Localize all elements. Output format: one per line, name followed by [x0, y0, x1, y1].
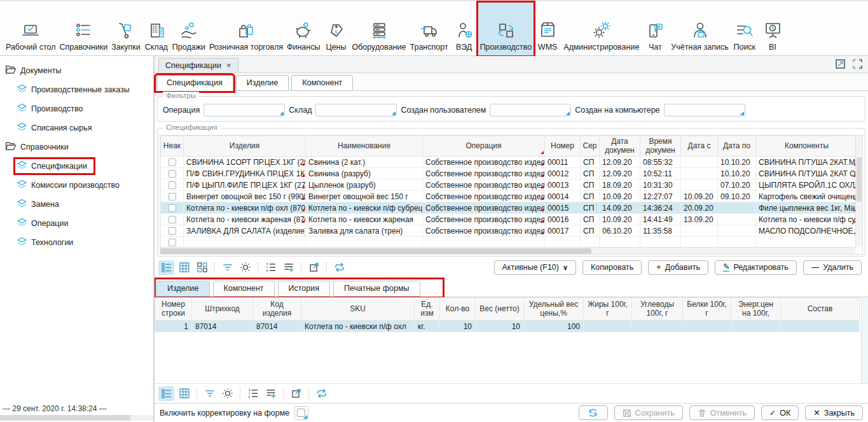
toolbar-item-warehouse[interactable]: Склад: [142, 3, 170, 55]
col-doc-time[interactable]: Время докумен: [640, 136, 681, 157]
settings-gear-icon[interactable]: [237, 260, 253, 275]
delete-button[interactable]: —Удалить: [803, 260, 862, 275]
toolbar-item-chat[interactable]: Чат: [641, 3, 669, 55]
filter-created-by-user-input[interactable]: [490, 104, 571, 116]
fullscreen-icon[interactable]: [852, 59, 863, 71]
filter-icon[interactable]: [202, 386, 217, 401]
tab-detail-component[interactable]: Компонент: [213, 281, 275, 297]
row-checkbox[interactable]: [169, 158, 176, 166]
toolbar-item-purchases[interactable]: Закупки: [109, 3, 142, 55]
reload-icon[interactable]: [331, 260, 347, 275]
col-doc-date[interactable]: Дата докумен: [600, 136, 640, 157]
tab-specifications-document[interactable]: Спецификации ×: [158, 58, 238, 73]
col-sku[interactable]: SKU: [301, 298, 415, 321]
toolbar-item-finance[interactable]: Финансы: [285, 3, 322, 55]
open-in-window-icon[interactable]: [835, 59, 846, 71]
spec-row-partial[interactable]: [161, 237, 858, 248]
col-net-weight[interactable]: Вес (нетто): [476, 298, 524, 321]
spec-vertical-scrollbar[interactable]: [855, 136, 862, 247]
col-date-from[interactable]: Дата с: [681, 136, 718, 157]
col-unit[interactable]: Ед. изм: [415, 298, 440, 321]
spec-row[interactable]: П/Ф СВИН.ГРУДИНКА ПР.ЦЕХ 1КГ (2 Свинина …: [161, 168, 858, 179]
row-checkbox[interactable]: [169, 181, 176, 189]
spec-row[interactable]: СВИНИНА 1СОРТ ПР.ЦЕХ 1КГ (2991 Свинина (…: [161, 157, 858, 168]
tab-detail-product[interactable]: Изделие: [156, 281, 210, 297]
tab-specification[interactable]: Спецификация: [156, 75, 233, 91]
export-icon[interactable]: [306, 260, 322, 275]
toolbar-item-equipment[interactable]: Оборудование: [350, 3, 408, 55]
sidebar-item-production-commissions[interactable]: Комиссии производство: [0, 176, 153, 195]
col-product[interactable]: Изделия: [184, 136, 306, 157]
toolbar-item-retail[interactable]: Розничная торговля: [207, 3, 285, 55]
export-icon[interactable]: [288, 386, 304, 401]
spec-row[interactable]: П/Ф ЦЫПЛ.ФИЛЕ ПР.ЦЕХ 1КГ (27429 Цыпленок…: [161, 179, 858, 191]
toolbar-item-references[interactable]: Справочники: [57, 3, 109, 55]
detail-row-selected[interactable]: 1 87014 87014 Котлета по - киевски п/ф о…: [155, 321, 860, 332]
col-energy[interactable]: Энерг.цен на 100г,: [731, 298, 781, 321]
spec-horizontal-scrollbar[interactable]: [160, 247, 855, 254]
sidebar-group-references[interactable]: Справочники: [0, 137, 153, 157]
row-checkbox[interactable]: [169, 170, 176, 178]
col-qty[interactable]: Кол-во: [440, 298, 476, 321]
col-name[interactable]: Наименование: [306, 136, 423, 157]
rows-view-icon[interactable]: [158, 260, 174, 275]
row-checkbox[interactable]: [169, 239, 176, 246]
sidebar-item-production[interactable]: Производство: [0, 99, 153, 118]
filter-warehouse-input[interactable]: [315, 104, 397, 116]
cancel-button[interactable]: Отменить: [689, 405, 755, 420]
tab-component[interactable]: Компонент: [291, 75, 353, 91]
filter-icon[interactable]: [219, 260, 235, 275]
tab-detail-print-forms[interactable]: Печатные формы: [333, 281, 420, 297]
toolbar-item-prices[interactable]: $ Цены: [322, 3, 350, 55]
spec-row[interactable]: Котлета по - киевски жареная (870 Котлет…: [161, 214, 858, 225]
toolbar-item-desktop[interactable]: Рабочий стол: [4, 3, 57, 55]
reload-icon[interactable]: [313, 386, 329, 401]
col-line-no[interactable]: Номер строки: [155, 298, 192, 321]
sidebar-item-production-orders[interactable]: Производственные заказы: [0, 80, 153, 99]
toolbar-item-administration[interactable]: Администрирование: [561, 3, 641, 55]
toolbar-item-production[interactable]: Производство: [478, 3, 534, 55]
toolbar-item-transport[interactable]: Транспорт: [408, 3, 450, 55]
spec-row[interactable]: Винегрет овощной вес 150 г (99000 Винегр…: [161, 191, 858, 202]
tab-product[interactable]: Изделие: [236, 75, 289, 91]
cards-view-icon[interactable]: [194, 260, 210, 275]
toolbar-item-wms[interactable]: WMS: [534, 3, 561, 55]
toolbar-item-sales[interactable]: Продажи: [170, 3, 207, 55]
rows-view-icon[interactable]: [158, 386, 174, 401]
copy-button[interactable]: Копировать: [582, 260, 642, 275]
spec-row[interactable]: ЗАЛИВКА ДЛЯ САЛАТА (изделие) Заливка для…: [161, 225, 858, 237]
row-checkbox[interactable]: [169, 216, 176, 223]
col-components[interactable]: Компоненты: [756, 136, 858, 157]
sidebar-horizontal-scrollbar[interactable]: [0, 415, 153, 421]
settings-gear-icon[interactable]: [219, 386, 235, 401]
col-operation[interactable]: Операция: [423, 136, 545, 157]
row-checkbox[interactable]: [169, 204, 176, 212]
ok-button[interactable]: ✓ОК: [761, 405, 799, 420]
grid-view-icon[interactable]: [176, 386, 192, 401]
tab-close-icon[interactable]: ×: [226, 60, 231, 70]
row-checkbox[interactable]: [169, 193, 176, 200]
col-carbs[interactable]: Углеводы 100г, г: [632, 298, 683, 321]
col-inactive[interactable]: Неак: [161, 136, 184, 157]
sidebar-item-raw-writeoffs[interactable]: Списания сырья: [0, 118, 153, 137]
grid-view-icon[interactable]: [176, 260, 192, 275]
toolbar-item-ved[interactable]: ВЭД: [450, 3, 478, 55]
detail-vertical-scrollbar[interactable]: [861, 297, 868, 383]
tab-detail-history[interactable]: История: [278, 281, 330, 297]
adjust-on-form-checkbox[interactable]: [294, 406, 308, 420]
sidebar-item-operations[interactable]: Операции: [0, 214, 153, 233]
numbered-list-icon[interactable]: [263, 260, 279, 275]
add-list-icon[interactable]: [280, 260, 296, 275]
filter-operation-input[interactable]: [203, 104, 285, 116]
close-button[interactable]: ✕Закрыть: [805, 405, 863, 420]
add-list-icon[interactable]: [263, 386, 279, 401]
sidebar-item-technologies[interactable]: Технологии: [0, 233, 153, 252]
col-price-share[interactable]: Удельный вес цены,%: [524, 298, 584, 321]
save-button[interactable]: Сохранить: [614, 405, 683, 420]
col-composition[interactable]: Состав: [781, 298, 860, 321]
filter-created-on-computer-input[interactable]: [664, 104, 745, 116]
toolbar-item-bi[interactable]: BI: [759, 3, 787, 55]
col-date-to[interactable]: Дата по: [718, 136, 756, 157]
col-number[interactable]: Номер: [545, 136, 581, 157]
col-proteins[interactable]: Белки 100г, г: [683, 298, 731, 321]
